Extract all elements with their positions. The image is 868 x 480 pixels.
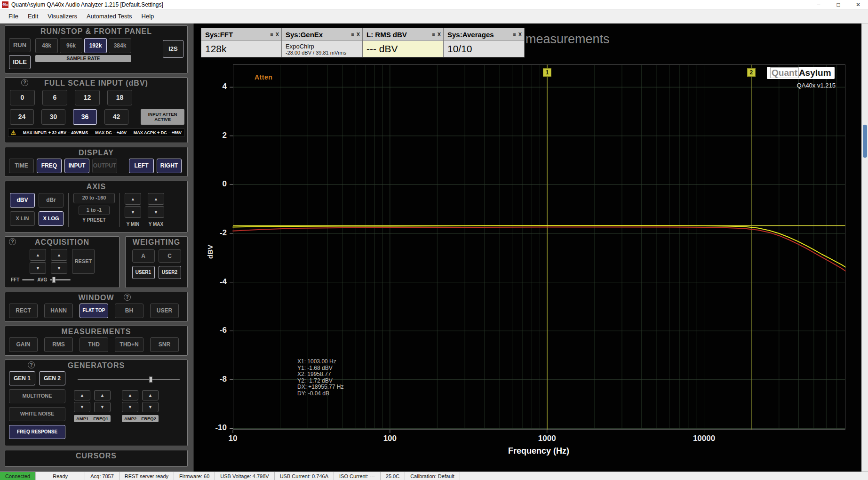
menu-visualizers[interactable]: Visualizers — [43, 9, 82, 23]
rate-96k-button[interactable]: 96k — [60, 38, 82, 53]
white-noise-button[interactable]: WHITE NOISE — [9, 407, 65, 421]
y-max-down-button[interactable]: ▼ — [148, 206, 164, 218]
menu-file[interactable]: File — [4, 9, 23, 23]
display-time-button[interactable]: TIME — [9, 159, 34, 173]
window-hann-button[interactable]: HANN — [44, 304, 73, 318]
gen1-button[interactable]: GEN 1 — [9, 371, 35, 385]
weighting-user1-button[interactable]: USER1 — [132, 266, 155, 279]
titlebar: 40x QuantAsylum QA40x Audio Analyzer 1.2… — [0, 0, 868, 9]
fsi-24-button[interactable]: 24 — [10, 109, 34, 125]
y-min-down-button[interactable]: ▼ — [125, 206, 141, 218]
warning-text-1: MAX INPUT: + 32 dBV = 40VRMS — [23, 130, 88, 135]
weighting-c-button[interactable]: C — [159, 249, 181, 263]
avg-slider-thumb[interactable] — [52, 277, 56, 283]
panel-generators: ? GENERATORS GEN 1 GEN 2 MULTITONE WHITE… — [5, 360, 188, 446]
y-max-label: Y MAX — [148, 222, 164, 227]
meas-gain-button[interactable]: GAIN — [9, 337, 38, 352]
axis-dbv-button[interactable]: dBV — [10, 193, 35, 208]
avg-down-button[interactable]: ▼ — [51, 262, 67, 274]
display-input-button[interactable]: INPUT — [64, 159, 89, 173]
help-icon[interactable]: ? — [9, 238, 16, 245]
y-max-up-button[interactable]: ▲ — [148, 193, 164, 205]
avg-up-button[interactable]: ▲ — [51, 249, 67, 261]
menu-automated-tests[interactable]: Automated Tests — [82, 9, 137, 23]
gen-slider[interactable] — [78, 379, 180, 380]
status-usb-current: USB Current: 0.746A — [275, 472, 334, 480]
panel-window-title: WINDOW — [8, 293, 184, 303]
display-left-button[interactable]: LEFT — [129, 159, 154, 173]
amp2-up-button[interactable]: ▲ — [122, 390, 138, 400]
menu-bar: File Edit Visualizers Automated Tests He… — [0, 9, 868, 24]
fft-down-button[interactable]: ▼ — [30, 262, 46, 274]
weighting-user2-button[interactable]: USER2 — [159, 266, 181, 279]
axis-dbr-button[interactable]: dBr — [39, 193, 64, 208]
menu-icon[interactable]: ≡ — [432, 32, 435, 37]
fsi-0-button[interactable]: 0 — [10, 90, 35, 105]
close-icon[interactable]: X — [357, 32, 360, 37]
menu-help[interactable]: Help — [137, 9, 159, 23]
gen-slider-thumb[interactable] — [149, 376, 152, 383]
reset-button[interactable]: RESET — [72, 249, 95, 274]
y-tick-label: -10 — [199, 423, 227, 432]
freq2-down-button[interactable]: ▼ — [142, 402, 159, 412]
meas-rms-button[interactable]: RMS — [44, 337, 73, 352]
y-min-up-button[interactable]: ▲ — [125, 193, 141, 205]
axis-xlin-button[interactable]: X LIN — [10, 211, 35, 226]
rate-384k-button[interactable]: 384k — [109, 38, 131, 53]
menu-edit[interactable]: Edit — [23, 9, 43, 23]
multitone-button[interactable]: MULTITONE — [9, 389, 65, 403]
fsi-18-button[interactable]: 18 — [107, 90, 132, 105]
freq-response-button[interactable]: FREQ RESPONSE — [9, 425, 65, 439]
fsi-30-button[interactable]: 30 — [41, 109, 65, 125]
meas-thd-button[interactable]: THD — [80, 337, 108, 352]
minimize-button[interactable]: – — [809, 0, 828, 9]
close-button[interactable]: ✕ — [848, 0, 868, 9]
axis-xlog-button[interactable]: X LOG — [39, 211, 64, 226]
amp1-up-button[interactable]: ▲ — [74, 390, 90, 400]
menu-icon[interactable]: ≡ — [351, 32, 354, 37]
meas-snr-button[interactable]: SNR — [150, 337, 179, 352]
idle-button[interactable]: IDLE — [9, 55, 31, 69]
fsi-42-button[interactable]: 42 — [104, 109, 128, 125]
display-freq-button[interactable]: FREQ — [37, 159, 62, 173]
rate-48k-button[interactable]: 48k — [35, 38, 58, 53]
help-icon[interactable]: ? — [124, 294, 131, 301]
close-icon[interactable]: X — [276, 32, 279, 37]
amp2-down-button[interactable]: ▼ — [122, 402, 138, 412]
panel-run-stop: RUN/STOP & FRONT PANEL RUN IDLE 48k 96k … — [5, 25, 188, 73]
avg-slider[interactable] — [50, 279, 71, 280]
fsi-6-button[interactable]: 6 — [42, 90, 67, 105]
y-preset-unit-button[interactable]: 1 to -1 — [79, 206, 110, 215]
cursor-marker-2[interactable]: 2 — [747, 68, 756, 77]
help-icon[interactable]: ? — [21, 79, 28, 86]
rate-192k-button[interactable]: 192k — [84, 38, 107, 53]
window-bh-button[interactable]: BH — [115, 304, 143, 318]
weighting-a-button[interactable]: A — [132, 249, 155, 263]
display-right-button[interactable]: RIGHT — [157, 159, 182, 173]
amp1-down-button[interactable]: ▼ — [74, 402, 90, 412]
fsi-36-button[interactable]: 36 — [73, 109, 97, 125]
y-preset-range-button[interactable]: 20 to -160 — [73, 193, 115, 203]
close-icon[interactable]: X — [518, 32, 522, 37]
window-rect-button[interactable]: RECT — [9, 304, 38, 318]
run-button[interactable]: RUN — [9, 38, 31, 52]
close-icon[interactable]: X — [438, 32, 441, 37]
freq1-down-button[interactable]: ▼ — [94, 402, 111, 412]
window-user-button[interactable]: USER — [150, 304, 179, 318]
fft-up-button[interactable]: ▲ — [30, 249, 46, 261]
i2s-button[interactable]: I2S — [163, 40, 183, 58]
freq1-up-button[interactable]: ▲ — [94, 390, 111, 400]
display-output-button[interactable]: OUTPUT — [92, 159, 117, 173]
scrollbar-thumb[interactable] — [863, 125, 867, 158]
cursor-marker-1[interactable]: 1 — [543, 68, 551, 77]
menu-icon[interactable]: ≡ — [513, 32, 516, 37]
fsi-12-button[interactable]: 12 — [75, 90, 100, 105]
help-icon[interactable]: ? — [28, 361, 35, 368]
meas-thdn-button[interactable]: THD+N — [115, 337, 143, 352]
maximize-button[interactable]: □ — [828, 0, 848, 9]
window-flattop-button[interactable]: FLAT TOP — [80, 304, 108, 318]
menu-icon[interactable]: ≡ — [270, 32, 273, 37]
freq2-up-button[interactable]: ▲ — [142, 390, 159, 400]
vertical-scrollbar[interactable] — [861, 24, 868, 472]
gen2-button[interactable]: GEN 2 — [39, 371, 65, 385]
